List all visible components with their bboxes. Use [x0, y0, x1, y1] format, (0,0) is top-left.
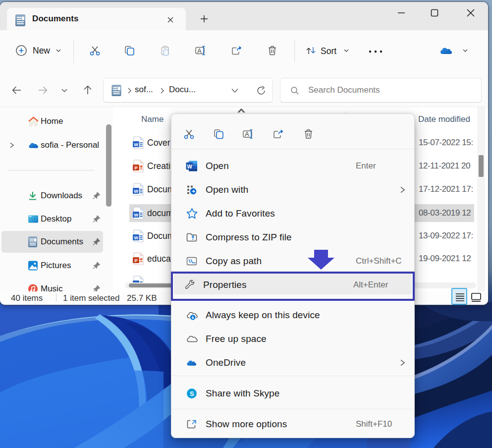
svg-text:New: New	[33, 46, 50, 56]
svg-text:Sort: Sort	[321, 46, 336, 56]
svg-text:A: A	[245, 131, 249, 138]
svg-text:A: A	[197, 48, 202, 55]
svg-text:S: S	[190, 390, 194, 397]
svg-text:W: W	[187, 164, 193, 169]
